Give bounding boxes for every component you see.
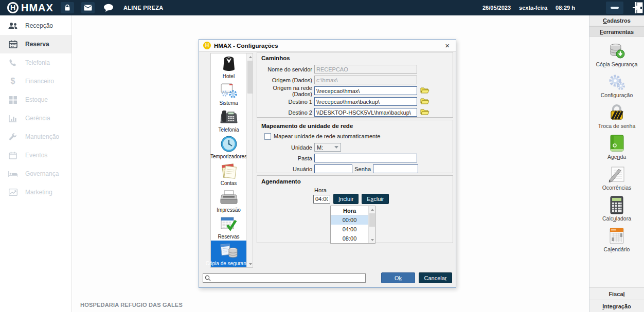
mail-icon[interactable] — [81, 2, 95, 13]
destino2-input[interactable] — [314, 108, 417, 117]
sidebar-item-label: Telefonia — [25, 59, 50, 66]
grid-icon — [8, 96, 18, 104]
scroll-down-icon[interactable] — [369, 236, 375, 243]
gears-icon — [607, 72, 626, 91]
dialog-nav-hotel[interactable]: Hotel — [211, 53, 246, 80]
mapear-checkbox-row[interactable]: Mapear unidade de rede automaticamente — [264, 132, 449, 140]
dialog-nav-list: Hotel Sistema Telefonia Temporizadores C… — [210, 53, 253, 268]
sidebar-item-marketing[interactable]: Marketing — [0, 183, 71, 201]
search-input[interactable] — [203, 273, 366, 283]
tool-troca-senha[interactable]: Troca de senha — [589, 103, 644, 129]
backup-icon — [220, 241, 238, 261]
tool-agenda[interactable]: Agenda — [589, 134, 644, 160]
field-row: Unidade M: — [261, 142, 449, 152]
browse-folder-icon[interactable] — [419, 97, 431, 106]
sidebar-item-estoque[interactable]: Estoque — [0, 90, 71, 109]
sidebar-item-financeiro[interactable]: $ Financeiro — [0, 72, 71, 90]
sidebar-item-label: Recepção — [25, 22, 53, 29]
tool-configuracao[interactable]: Configuração — [589, 72, 644, 98]
excluir-button[interactable]: Excluir — [362, 194, 389, 204]
scroll-up-icon[interactable] — [247, 53, 254, 60]
pasta-input[interactable] — [314, 154, 417, 162]
printer-icon — [220, 187, 238, 207]
cancel-button[interactable]: Cancelar — [419, 272, 452, 283]
sidebar-item-governanca[interactable]: Governança — [0, 164, 71, 183]
sidebar-item-recepcao[interactable]: Recepção — [0, 16, 71, 35]
dialog-nav-telefonia[interactable]: Telefonia — [211, 107, 246, 134]
dialog-nav-sistema[interactable]: Sistema — [211, 80, 246, 107]
dialog-titlebar[interactable]: H HMAX - Configurações × — [199, 40, 456, 52]
time-label: 08:29 h — [556, 5, 575, 11]
current-user: ALINE PREZA — [123, 5, 164, 11]
scroll-up-icon[interactable] — [369, 206, 375, 213]
calendar-icon — [8, 40, 18, 48]
mapear-checkbox[interactable] — [264, 133, 271, 140]
hora-label: Hora — [314, 187, 327, 193]
green-book-icon — [609, 134, 625, 153]
sidebar-item-eventos[interactable]: Eventos — [0, 146, 71, 164]
section-cadastros[interactable]: Cadastros — [589, 15, 644, 26]
tool-label: Configuração — [601, 92, 633, 98]
lock-icon[interactable] — [61, 2, 74, 13]
backup-database-icon — [607, 41, 626, 61]
browse-folder-icon[interactable] — [419, 86, 431, 96]
section-integracao[interactable]: Integração — [589, 300, 644, 312]
unidade-dropdown[interactable]: M: — [314, 143, 341, 152]
dialog-nav-contas[interactable]: Contas — [211, 160, 246, 187]
sidebar-item-label: Manutenção — [25, 133, 59, 140]
tool-calculadora[interactable]: Calculadora — [589, 195, 644, 222]
hora-table-scrollbar[interactable] — [368, 206, 375, 243]
sidebar-item-manutencao[interactable]: Manutenção — [0, 127, 71, 146]
minimize-button[interactable] — [606, 2, 623, 14]
dollar-icon: $ — [8, 77, 18, 86]
tool-copia-seguranca[interactable]: Cópia Segurança — [589, 41, 644, 67]
sidebar-item-reserva[interactable]: Reserva — [0, 35, 71, 53]
sidebar-item-gerencia[interactable]: Gerência — [0, 109, 71, 127]
dialog-nav-reservas[interactable]: Reservas — [211, 214, 246, 241]
company-name: HOSPEDARIA REFUGIO DAS GALES — [80, 302, 183, 308]
dialog-title: HMAX - Configurações — [214, 43, 278, 49]
browse-folder-icon[interactable] — [419, 108, 431, 117]
senha-input[interactable] — [373, 164, 418, 173]
chat-icon[interactable] — [102, 2, 115, 13]
tool-calendario[interactable]: Calendário — [589, 226, 644, 252]
hora-row[interactable]: 00:00 — [331, 215, 368, 225]
ok-button[interactable]: Ok — [381, 272, 415, 283]
dialog-nav-temporizadores[interactable]: Temporizadores — [211, 134, 246, 160]
hora-input[interactable] — [313, 195, 330, 204]
close-icon[interactable]: × — [443, 42, 452, 49]
scroll-thumb[interactable] — [369, 213, 375, 227]
bar-chart-icon — [8, 115, 18, 122]
usuario-input[interactable] — [314, 164, 352, 173]
tool-label: Cópia Segurança — [596, 61, 637, 67]
wrench-icon — [8, 133, 18, 141]
sidebar-item-telefonia[interactable]: Telefonia — [0, 53, 71, 72]
calendar-orange-icon — [609, 226, 625, 246]
destino1-input[interactable] — [314, 97, 417, 106]
dialog-nav-impressao[interactable]: Impressão — [211, 187, 246, 214]
rightbar-bottom: Fiscal Integração — [589, 287, 644, 312]
tool-label: Agenda — [607, 154, 626, 160]
origem-rede-input[interactable] — [314, 86, 417, 95]
date-label: 26/05/2023 — [482, 5, 511, 11]
hora-row[interactable]: 04:00 — [331, 225, 368, 234]
tool-ocorrencias[interactable]: Ocorrências — [589, 164, 644, 191]
sidebar-item-label: Eventos — [25, 152, 47, 159]
hmax-logo-icon: H — [7, 2, 19, 13]
left-sidebar: Recepção Reserva Telefonia $ Financeiro … — [0, 15, 72, 312]
agendamento-legend: Agendamento — [261, 178, 449, 185]
dialog-nav-scrollbar[interactable] — [246, 53, 253, 267]
hmax-dialog-icon: H — [203, 42, 211, 49]
exit-icon[interactable] — [633, 1, 644, 14]
incluir-button[interactable]: Incluir — [333, 194, 359, 204]
scroll-thumb[interactable] — [247, 61, 253, 94]
tool-label: Ocorrências — [602, 185, 632, 191]
field-row: Pasta — [261, 153, 449, 163]
section-fiscal[interactable]: Fiscal — [589, 287, 644, 300]
hora-row[interactable]: 08:00 — [331, 234, 368, 243]
dialog-nav-copia-seguranca[interactable]: Cópia de segurança — [211, 241, 246, 267]
scroll-down-icon[interactable] — [247, 261, 254, 267]
trend-chart-icon — [8, 189, 18, 196]
weekday-label: sexta-feira — [519, 5, 547, 11]
section-ferramentas[interactable]: Ferramentas — [589, 26, 644, 37]
